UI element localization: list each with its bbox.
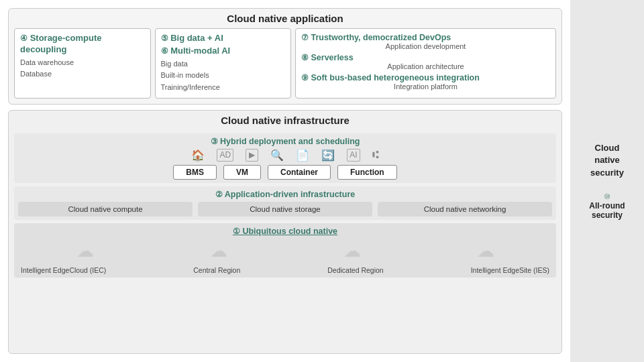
- play-icon: ▶: [246, 149, 258, 162]
- storage-subs: Data warehouseDatabase: [20, 57, 145, 80]
- hybrid-section: ③ Hybrid deployment and scheduling 🏠 AD …: [14, 133, 556, 183]
- edge-labels: Intelligent EdgeCloud (IEC) Central Regi…: [18, 265, 552, 274]
- networking-box: Cloud native networking: [378, 202, 552, 217]
- storage-box: Cloud native storage: [198, 202, 372, 217]
- cloud-icon-4: ☁: [477, 241, 494, 261]
- devops-item: ⑦ Trustworthy, democratized DevOps Appli…: [301, 33, 550, 50]
- softbus-item: ⑨ Soft bus-based heterogeneous integrati…: [301, 73, 550, 90]
- all-round-security: ⑩ All-round security: [589, 192, 625, 220]
- storage-label: Storage-computedecoupling: [20, 33, 102, 54]
- app-col-devops: ⑦ Trustworthy, democratized DevOps Appli…: [295, 28, 556, 99]
- ubiquitous-section: ① Ubiquitous cloud native ☁ ☁ ☁ ☁ Intell…: [14, 223, 556, 278]
- compute-boxes: Cloud native compute Cloud native storag…: [18, 202, 552, 217]
- edge-ies: Intelligent EdgeSite (IES): [471, 266, 549, 274]
- sync-icon: 🔄: [321, 149, 335, 162]
- cloud-icon-1: ☁: [76, 241, 94, 261]
- doc-icon: 📄: [296, 149, 309, 162]
- ad-icon: AD: [217, 149, 233, 162]
- function-box: Function: [337, 165, 397, 180]
- app-driven-title: ② Application-driven infrastructure: [18, 190, 552, 199]
- cloud-icon-3: ☁: [343, 241, 361, 261]
- cloud-icons-row: ☁ ☁ ☁ ☁: [18, 239, 552, 263]
- sidebar: Cloud native security ⑩ All-round securi…: [570, 0, 644, 362]
- search-icon: 🔍: [270, 149, 284, 162]
- central-region: Central Region: [193, 266, 240, 274]
- cloud-infra-section: Cloud native infrastructure ③ Hybrid dep…: [8, 110, 562, 354]
- multimodal-title: ⑥ Multi-modal AI: [161, 46, 286, 57]
- ubiquitous-title: ① Ubiquitous cloud native: [18, 227, 552, 236]
- app-col-storage: ④ Storage-computedecoupling Data warehou…: [14, 28, 151, 99]
- devops-sub: Application development: [301, 42, 550, 50]
- app-driven-section: ② Application-driven infrastructure Clou…: [14, 186, 556, 220]
- ai-subs: Big dataBuilt-in modelsTraining/Inferenc…: [161, 58, 286, 94]
- branch-icon: ⑆: [372, 149, 379, 162]
- infra-section-title: Cloud native infrastructure: [14, 115, 556, 126]
- app-columns: ④ Storage-computedecoupling Data warehou…: [14, 28, 556, 99]
- compute-box: Cloud native compute: [18, 202, 193, 217]
- serverless-title: ⑧ Serverless: [301, 53, 550, 62]
- sidebar-title: Cloud native security: [590, 142, 624, 179]
- bigdata-label: Big data + AI: [170, 33, 223, 43]
- container-box: Container: [268, 165, 331, 180]
- multimodal-label: Multi-modal AI: [170, 46, 230, 56]
- app-section-title: Cloud native application: [14, 13, 556, 24]
- cloud-icon-2: ☁: [210, 241, 227, 261]
- ai-icon: AI: [347, 149, 360, 162]
- hybrid-icons: 🏠 AD ▶ 🔍 📄 🔄 AI ⑆: [18, 149, 552, 162]
- cloud-app-section: Cloud native application ④ Storage-compu…: [8, 8, 562, 105]
- home-icon: 🏠: [191, 149, 205, 162]
- bms-box: BMS: [173, 165, 217, 180]
- main-content: Cloud native application ④ Storage-compu…: [0, 0, 570, 362]
- resource-boxes: BMS VM Container Function: [18, 165, 552, 180]
- softbus-title: ⑨ Soft bus-based heterogeneous integrati…: [301, 73, 550, 82]
- bigdata-title: ⑤ Big data + AI: [161, 33, 286, 44]
- dedicated-region: Dedicated Region: [327, 266, 383, 274]
- app-col-ai: ⑤ Big data + AI ⑥ Multi-modal AI Big dat…: [155, 28, 292, 99]
- serverless-sub: Application architecture: [301, 62, 550, 70]
- softbus-sub: Integration platform: [301, 82, 550, 90]
- vm-box: VM: [223, 165, 261, 180]
- devops-title: ⑦ Trustworthy, democratized DevOps: [301, 33, 550, 42]
- storage-title: ④ Storage-computedecoupling: [20, 33, 145, 56]
- edge-iec: Intelligent EdgeCloud (IEC): [21, 266, 106, 274]
- hybrid-title: ③ Hybrid deployment and scheduling: [18, 137, 552, 146]
- serverless-item: ⑧ Serverless Application architecture: [301, 53, 550, 70]
